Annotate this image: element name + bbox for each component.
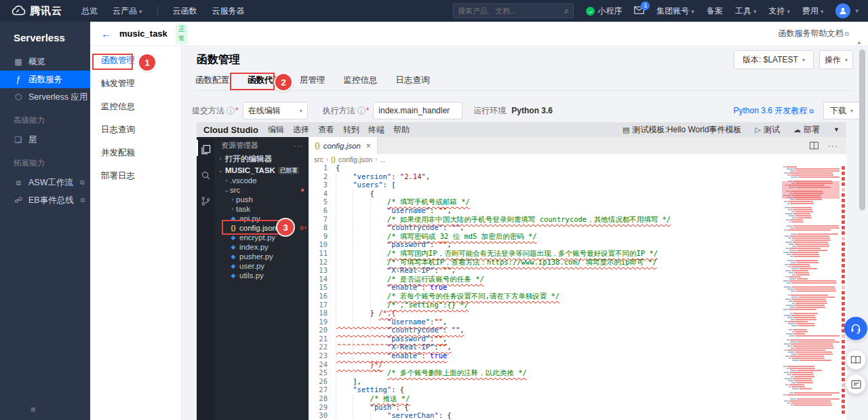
sidebar-item-overview[interactable]: ▦概览 [0,53,90,71]
code-lines[interactable]: 1{2 "version": "2.14",3 "users": [4 {5 /… [309,164,783,420]
file-tree-item-index-py[interactable]: ◆index.py [214,242,309,252]
sidebar-item-layers[interactable]: ❏层 [0,131,90,149]
project-root[interactable]: ⌄ MUSIC_TASK 已部署 [214,165,309,176]
topnav-item-tools[interactable]: 工具▾ [735,5,757,17]
file-tree-item-utils-py[interactable]: ◆utils.py [214,271,309,280]
topnav-item-overview[interactable]: 总览 [81,5,98,17]
code-line[interactable]: 15 "enable": true [309,283,783,292]
code-line[interactable]: 14 /* 是否运行该账号的任务 */ [309,275,783,284]
menu-help[interactable]: 帮助 [393,124,410,136]
code-line[interactable]: 18 } /*,{ [309,309,783,318]
code-line[interactable]: 1{ [309,164,783,172]
funcnav-item-function-management[interactable]: 函数管理 [90,52,181,69]
menu-view[interactable]: 查看 [318,124,334,136]
code-line[interactable]: 21 "password":"", [309,335,783,343]
funcnav-item-trigger-management[interactable]: 触发管理 [90,75,181,92]
tencent-cloud-logo[interactable]: 腾讯云 [0,5,72,18]
code-line[interactable]: 10 "password": "", [309,240,783,249]
topnav-item-billing[interactable]: 费用▾ [802,5,824,17]
code-line[interactable]: 27 "setting": { [309,385,783,394]
split-editor-icon[interactable] [810,142,818,149]
code-line[interactable]: 16 /* 若每个账号的任务设置不同,请在下方单独设置 */ [309,292,783,301]
funcnav-item-concurrency-quota[interactable]: 并发配额 [90,144,181,161]
code-line[interactable]: 22 "X-Real-IP":"", [309,343,783,351]
topnav-item-products[interactable]: 云产品▾ [113,5,142,17]
code-line[interactable]: 4 { [309,189,783,198]
topnav-item-support[interactable]: 支持▾ [768,5,790,17]
file-tree-item-src[interactable]: ⌄src● [214,185,309,195]
test-template-button[interactable]: ▤测试模板:Hello World事件模板 [623,124,742,136]
code-line[interactable]: 29 "push": { [309,403,783,412]
close-tab-icon[interactable]: × [366,141,371,151]
editor-tab-config-json[interactable]: {} config.json × [309,137,378,154]
help-doc-link[interactable]: 函数服务帮助文档⧉ [778,28,849,39]
collapse-editor-icon[interactable]: ▼ [833,126,840,133]
scroll-up-icon[interactable]: ▲ [856,39,862,45]
file-tree-item-encrypt-py[interactable]: ◆encrypt.py [214,233,309,242]
menu-edit[interactable]: 编辑 [268,124,284,136]
more-actions-icon[interactable]: ··· [294,142,303,150]
source-control-view-icon[interactable] [197,191,214,211]
sidebar-item-eb-eventbus[interactable]: ☍EB事件总线⧉ [0,191,90,209]
sidebar-item-serverless-app[interactable]: ⬡Serverless 应用 [0,88,90,106]
download-button[interactable]: 下载▾ [823,102,860,119]
search-box[interactable]: ⌕ [453,3,574,18]
submit-method-select[interactable]: 在线编辑▾ [243,102,308,119]
code-line[interactable]: 26 ], [309,377,783,386]
file-tree-item-push[interactable]: ›push [214,195,309,204]
code-line[interactable]: 9 /* 填写密码或 32 位 md5 加密后的密码 */ [309,232,783,241]
code-line[interactable]: 2 "version": "2.14", [309,172,783,181]
menu-goto[interactable]: 转到 [343,124,359,136]
code-line[interactable]: 3 "users": [ [309,180,783,189]
tab-log-query[interactable]: 日志查询 [396,75,430,90]
test-button[interactable]: ▷测试 [755,124,780,136]
mini-program-link[interactable]: 小程序 [586,5,622,17]
version-select[interactable]: 版本: $LATEST▾ [734,50,814,69]
sidebar-collapse-button[interactable]: ≡ [31,404,36,415]
code-line[interactable]: 12 /* 可填写本机IP，查看方法：https://www.ip138.com… [309,258,783,267]
mail-button[interactable]: 1 [634,6,644,16]
file-tree-item-pusher-py[interactable]: ◆pusher.py [214,252,309,261]
funcnav-item-deploy-log[interactable]: 部署日志 [90,167,181,185]
menu-terminal[interactable]: 终端 [368,124,384,136]
topnav-item-scf[interactable]: 云函数 [173,5,197,17]
docs-button[interactable] [846,349,866,370]
python-tutorial-link[interactable]: Python 3.6 开发教程 ⧉ [734,105,814,117]
deploy-button[interactable]: ☁部署 [793,124,820,136]
tab-layer-management[interactable]: 层管理 [300,75,326,90]
code-line[interactable]: 6 "username": "", [309,206,783,215]
tab-monitoring[interactable]: 监控信息 [344,75,378,90]
code-line[interactable]: 13 "X-Real-IP": "", [309,266,783,275]
tab-function-code[interactable]: 函数代码 [248,75,281,90]
sidebar-item-function-service[interactable]: ƒ函数服务 [0,71,90,88]
code-line[interactable]: 28 /* 推送 */ [309,394,783,403]
survey-button[interactable] [846,374,866,394]
file-tree-item--vscode[interactable]: ›.vscode [214,176,309,185]
open-editors-section[interactable]: › 打开的编辑器 [214,153,309,165]
funcnav-item-monitoring[interactable]: 监控信息 [90,98,181,115]
topnav-item-icp[interactable]: 备案 [707,5,723,17]
funcnav-item-log-query[interactable]: 日志查询 [90,121,181,138]
sidebar-item-asw-workflow[interactable]: ⧈ASW工作流⧉ [0,174,90,191]
code-line[interactable]: 30 "serverChan": { [309,411,783,420]
page-scrollbar-thumb[interactable] [859,50,865,210]
explorer-view-icon[interactable] [197,139,214,159]
menu-select[interactable]: 选择 [293,124,309,136]
topnav-item-group-account[interactable]: 集团账号▾ [656,5,694,17]
code-line[interactable]: 8 "countrycode": "", [309,223,783,232]
code-line[interactable]: 23 "enable": true [309,351,783,360]
code-line[interactable]: 20 "countrycode": "", [309,326,783,335]
minimap[interactable] [782,166,840,420]
code-line[interactable]: 11 /* 填写国内IP，否则可能会有无法登录等问题出现，多个账号最好设置不同的… [309,249,783,258]
more-actions-icon[interactable]: ··· [828,141,838,151]
tab-function-config[interactable]: 函数配置 [195,75,229,90]
code-line[interactable]: 25 /* 多个账号删除上面的注释，以此类推 */ [309,368,783,377]
code-line[interactable]: 19 "username":"", [309,318,783,326]
topnav-item-cvm[interactable]: 云服务器 [212,5,245,17]
search-view-icon[interactable] [197,165,214,185]
code-line[interactable]: 5 /* 填写手机号或邮箱 */ [309,197,783,206]
account-menu[interactable]: ▾ [835,3,859,18]
back-arrow-icon[interactable]: ← [101,28,111,39]
breadcrumb[interactable]: src › {} config.json › ... [309,154,846,164]
action-dropdown[interactable]: 操作▾ [819,50,853,69]
